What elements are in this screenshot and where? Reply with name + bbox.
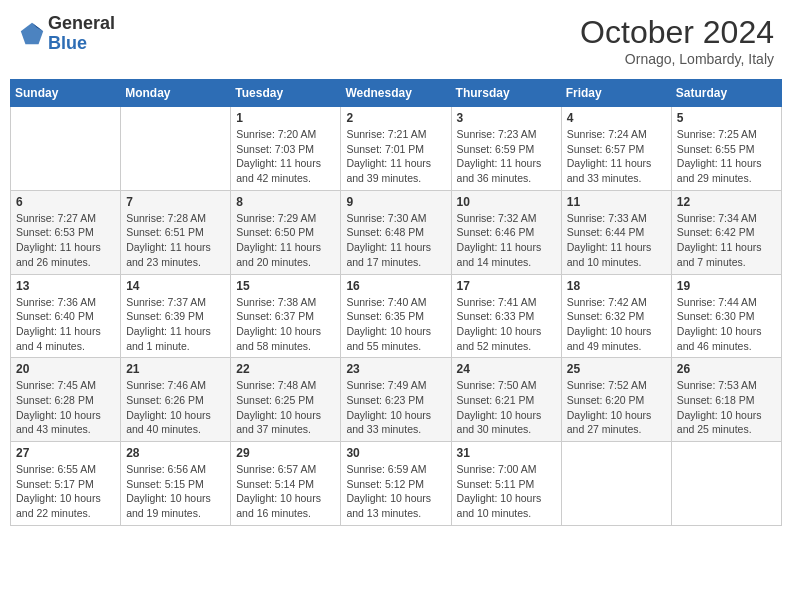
calendar-table: SundayMondayTuesdayWednesdayThursdayFrid… — [10, 79, 782, 526]
day-number: 11 — [567, 195, 666, 209]
day-number: 30 — [346, 446, 445, 460]
column-header-wednesday: Wednesday — [341, 80, 451, 107]
day-number: 15 — [236, 279, 335, 293]
month-title: October 2024 — [580, 14, 774, 51]
day-number: 26 — [677, 362, 776, 376]
day-info: Sunrise: 7:50 AMSunset: 6:21 PMDaylight:… — [457, 378, 556, 437]
day-cell: 17Sunrise: 7:41 AMSunset: 6:33 PMDayligh… — [451, 274, 561, 358]
day-info: Sunrise: 7:24 AMSunset: 6:57 PMDaylight:… — [567, 127, 666, 186]
day-number: 20 — [16, 362, 115, 376]
day-number: 17 — [457, 279, 556, 293]
day-number: 28 — [126, 446, 225, 460]
day-info: Sunrise: 7:25 AMSunset: 6:55 PMDaylight:… — [677, 127, 776, 186]
day-number: 22 — [236, 362, 335, 376]
day-cell: 15Sunrise: 7:38 AMSunset: 6:37 PMDayligh… — [231, 274, 341, 358]
day-number: 18 — [567, 279, 666, 293]
day-cell: 6Sunrise: 7:27 AMSunset: 6:53 PMDaylight… — [11, 190, 121, 274]
week-row-1: 1Sunrise: 7:20 AMSunset: 7:03 PMDaylight… — [11, 107, 782, 191]
day-number: 25 — [567, 362, 666, 376]
day-cell: 1Sunrise: 7:20 AMSunset: 7:03 PMDaylight… — [231, 107, 341, 191]
day-cell: 27Sunrise: 6:55 AMSunset: 5:17 PMDayligh… — [11, 442, 121, 526]
day-info: Sunrise: 7:38 AMSunset: 6:37 PMDaylight:… — [236, 295, 335, 354]
day-info: Sunrise: 6:57 AMSunset: 5:14 PMDaylight:… — [236, 462, 335, 521]
day-cell: 20Sunrise: 7:45 AMSunset: 6:28 PMDayligh… — [11, 358, 121, 442]
day-number: 14 — [126, 279, 225, 293]
day-number: 24 — [457, 362, 556, 376]
day-number: 6 — [16, 195, 115, 209]
day-number: 19 — [677, 279, 776, 293]
day-cell — [561, 442, 671, 526]
day-number: 10 — [457, 195, 556, 209]
day-number: 3 — [457, 111, 556, 125]
day-cell — [121, 107, 231, 191]
day-info: Sunrise: 7:29 AMSunset: 6:50 PMDaylight:… — [236, 211, 335, 270]
column-header-thursday: Thursday — [451, 80, 561, 107]
location-subtitle: Ornago, Lombardy, Italy — [580, 51, 774, 67]
day-cell: 23Sunrise: 7:49 AMSunset: 6:23 PMDayligh… — [341, 358, 451, 442]
day-number: 9 — [346, 195, 445, 209]
day-number: 21 — [126, 362, 225, 376]
day-info: Sunrise: 7:30 AMSunset: 6:48 PMDaylight:… — [346, 211, 445, 270]
day-cell: 14Sunrise: 7:37 AMSunset: 6:39 PMDayligh… — [121, 274, 231, 358]
day-info: Sunrise: 7:28 AMSunset: 6:51 PMDaylight:… — [126, 211, 225, 270]
day-cell: 16Sunrise: 7:40 AMSunset: 6:35 PMDayligh… — [341, 274, 451, 358]
day-cell: 13Sunrise: 7:36 AMSunset: 6:40 PMDayligh… — [11, 274, 121, 358]
day-cell: 25Sunrise: 7:52 AMSunset: 6:20 PMDayligh… — [561, 358, 671, 442]
day-cell: 12Sunrise: 7:34 AMSunset: 6:42 PMDayligh… — [671, 190, 781, 274]
day-cell: 19Sunrise: 7:44 AMSunset: 6:30 PMDayligh… — [671, 274, 781, 358]
week-row-5: 27Sunrise: 6:55 AMSunset: 5:17 PMDayligh… — [11, 442, 782, 526]
day-number: 4 — [567, 111, 666, 125]
week-row-2: 6Sunrise: 7:27 AMSunset: 6:53 PMDaylight… — [11, 190, 782, 274]
column-header-sunday: Sunday — [11, 80, 121, 107]
day-number: 2 — [346, 111, 445, 125]
day-cell: 10Sunrise: 7:32 AMSunset: 6:46 PMDayligh… — [451, 190, 561, 274]
day-info: Sunrise: 7:34 AMSunset: 6:42 PMDaylight:… — [677, 211, 776, 270]
logo: GeneralBlue — [18, 14, 115, 54]
day-info: Sunrise: 7:44 AMSunset: 6:30 PMDaylight:… — [677, 295, 776, 354]
day-info: Sunrise: 7:41 AMSunset: 6:33 PMDaylight:… — [457, 295, 556, 354]
day-number: 8 — [236, 195, 335, 209]
title-block: October 2024 Ornago, Lombardy, Italy — [580, 14, 774, 67]
day-info: Sunrise: 7:53 AMSunset: 6:18 PMDaylight:… — [677, 378, 776, 437]
day-info: Sunrise: 7:49 AMSunset: 6:23 PMDaylight:… — [346, 378, 445, 437]
day-cell — [671, 442, 781, 526]
day-cell: 7Sunrise: 7:28 AMSunset: 6:51 PMDaylight… — [121, 190, 231, 274]
day-cell: 31Sunrise: 7:00 AMSunset: 5:11 PMDayligh… — [451, 442, 561, 526]
day-cell: 11Sunrise: 7:33 AMSunset: 6:44 PMDayligh… — [561, 190, 671, 274]
day-cell: 21Sunrise: 7:46 AMSunset: 6:26 PMDayligh… — [121, 358, 231, 442]
day-info: Sunrise: 7:23 AMSunset: 6:59 PMDaylight:… — [457, 127, 556, 186]
day-cell: 5Sunrise: 7:25 AMSunset: 6:55 PMDaylight… — [671, 107, 781, 191]
day-cell: 29Sunrise: 6:57 AMSunset: 5:14 PMDayligh… — [231, 442, 341, 526]
day-number: 23 — [346, 362, 445, 376]
day-info: Sunrise: 7:40 AMSunset: 6:35 PMDaylight:… — [346, 295, 445, 354]
day-cell: 9Sunrise: 7:30 AMSunset: 6:48 PMDaylight… — [341, 190, 451, 274]
day-info: Sunrise: 6:59 AMSunset: 5:12 PMDaylight:… — [346, 462, 445, 521]
day-info: Sunrise: 6:55 AMSunset: 5:17 PMDaylight:… — [16, 462, 115, 521]
column-header-tuesday: Tuesday — [231, 80, 341, 107]
day-cell: 26Sunrise: 7:53 AMSunset: 6:18 PMDayligh… — [671, 358, 781, 442]
day-cell: 2Sunrise: 7:21 AMSunset: 7:01 PMDaylight… — [341, 107, 451, 191]
day-number: 1 — [236, 111, 335, 125]
day-info: Sunrise: 6:56 AMSunset: 5:15 PMDaylight:… — [126, 462, 225, 521]
logo-icon — [18, 20, 46, 48]
day-cell: 24Sunrise: 7:50 AMSunset: 6:21 PMDayligh… — [451, 358, 561, 442]
day-number: 5 — [677, 111, 776, 125]
week-row-4: 20Sunrise: 7:45 AMSunset: 6:28 PMDayligh… — [11, 358, 782, 442]
day-cell: 4Sunrise: 7:24 AMSunset: 6:57 PMDaylight… — [561, 107, 671, 191]
day-info: Sunrise: 7:37 AMSunset: 6:39 PMDaylight:… — [126, 295, 225, 354]
day-info: Sunrise: 7:46 AMSunset: 6:26 PMDaylight:… — [126, 378, 225, 437]
day-info: Sunrise: 7:00 AMSunset: 5:11 PMDaylight:… — [457, 462, 556, 521]
day-cell: 3Sunrise: 7:23 AMSunset: 6:59 PMDaylight… — [451, 107, 561, 191]
column-header-friday: Friday — [561, 80, 671, 107]
column-header-saturday: Saturday — [671, 80, 781, 107]
day-number: 12 — [677, 195, 776, 209]
calendar-header-row: SundayMondayTuesdayWednesdayThursdayFrid… — [11, 80, 782, 107]
day-cell: 18Sunrise: 7:42 AMSunset: 6:32 PMDayligh… — [561, 274, 671, 358]
day-info: Sunrise: 7:45 AMSunset: 6:28 PMDaylight:… — [16, 378, 115, 437]
week-row-3: 13Sunrise: 7:36 AMSunset: 6:40 PMDayligh… — [11, 274, 782, 358]
day-info: Sunrise: 7:21 AMSunset: 7:01 PMDaylight:… — [346, 127, 445, 186]
day-cell — [11, 107, 121, 191]
day-number: 27 — [16, 446, 115, 460]
day-info: Sunrise: 7:27 AMSunset: 6:53 PMDaylight:… — [16, 211, 115, 270]
day-number: 31 — [457, 446, 556, 460]
